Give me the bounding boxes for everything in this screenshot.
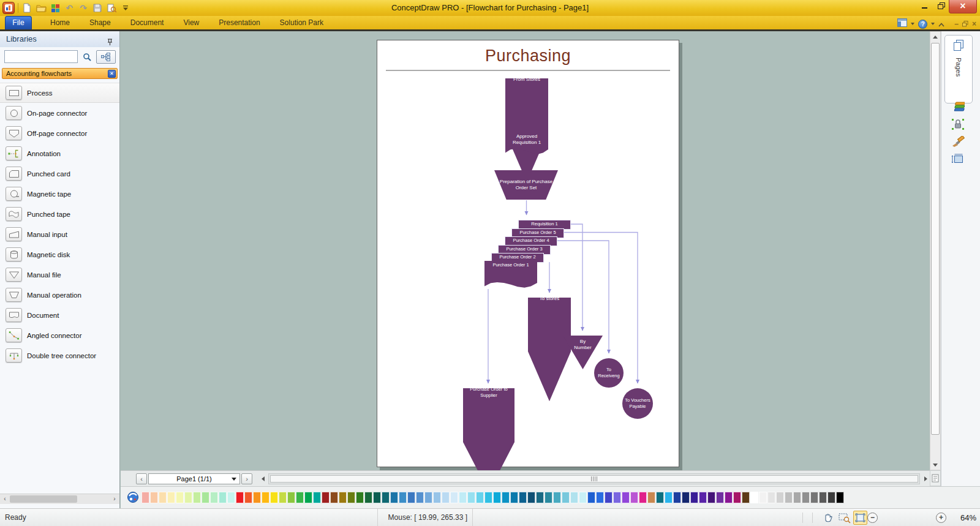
palette-swatch[interactable] <box>716 492 724 503</box>
scrollbar-thumb[interactable] <box>931 43 940 435</box>
palette-swatch[interactable] <box>785 492 793 503</box>
manual-operation-icon[interactable] <box>6 288 22 302</box>
scrollbar-thumb[interactable] <box>270 475 918 483</box>
previous-page-button[interactable]: ‹ <box>136 473 147 484</box>
palette-swatch[interactable] <box>793 492 801 503</box>
palette-swatch[interactable] <box>630 492 638 503</box>
palette-swatch[interactable] <box>339 492 347 503</box>
palette-swatch[interactable] <box>296 492 304 503</box>
dimensions-icon[interactable] <box>950 151 966 166</box>
palette-swatch[interactable] <box>673 492 681 503</box>
palette-swatch[interactable] <box>313 492 321 503</box>
palette-swatch[interactable] <box>390 492 398 503</box>
tab-home[interactable]: Home <box>40 16 80 29</box>
palette-swatch[interactable] <box>159 492 167 503</box>
child-minimize-icon[interactable]: – <box>954 20 959 28</box>
tab-shape[interactable]: Shape <box>80 16 121 29</box>
process-icon[interactable] <box>6 86 22 100</box>
library-item-document[interactable]: Document <box>0 305 119 325</box>
palette-swatch[interactable] <box>356 492 364 503</box>
manual-file-icon[interactable] <box>6 268 22 282</box>
child-restore-icon[interactable] <box>962 18 968 29</box>
library-item-double-tree-connector[interactable]: Double tree connector <box>0 345 119 366</box>
palette-swatch[interactable] <box>141 492 149 503</box>
pan-hand-icon[interactable] <box>821 511 835 525</box>
window-layout-icon[interactable] <box>897 18 907 29</box>
node-to-receiving[interactable]: To Receiveng <box>594 358 624 388</box>
palette-swatch[interactable] <box>167 492 175 503</box>
palette-swatch[interactable] <box>776 492 784 503</box>
palette-swatch[interactable] <box>536 492 544 503</box>
library-item-on-page-connector[interactable]: On-page connector <box>0 103 119 123</box>
document-page[interactable]: Purchasing F <box>377 40 679 467</box>
palette-swatch[interactable] <box>510 492 518 503</box>
manual-input-icon[interactable] <box>6 227 22 241</box>
library-item-punched-tape[interactable]: Punched tape <box>0 204 119 224</box>
lock-icon[interactable] <box>950 117 966 132</box>
tab-document[interactable]: Document <box>121 16 174 29</box>
color-theme-icon[interactable] <box>127 491 139 503</box>
palette-swatch[interactable] <box>424 492 432 503</box>
close-button[interactable]: × <box>949 0 977 13</box>
palette-swatch[interactable] <box>767 492 775 503</box>
palette-swatch[interactable] <box>450 492 458 503</box>
palette-swatch[interactable] <box>304 492 312 503</box>
palette-swatch[interactable] <box>210 492 218 503</box>
palette-swatch[interactable] <box>613 492 621 503</box>
palette-swatch[interactable] <box>322 492 330 503</box>
palette-swatch[interactable] <box>647 492 655 503</box>
palette-swatch[interactable] <box>502 492 510 503</box>
minimize-button[interactable] <box>918 0 931 12</box>
palette-swatch[interactable] <box>819 492 827 503</box>
angled-connector-icon[interactable] <box>6 328 22 342</box>
palette-swatch[interactable] <box>416 492 424 503</box>
close-library-icon[interactable]: × <box>108 70 116 78</box>
zoom-marquee-icon[interactable] <box>837 511 851 525</box>
palette-swatch[interactable] <box>802 492 810 503</box>
palette-swatch[interactable] <box>176 492 184 503</box>
palette-swatch[interactable] <box>467 492 475 503</box>
search-input[interactable] <box>4 50 78 63</box>
palette-swatch[interactable] <box>150 492 158 503</box>
palette-swatch[interactable] <box>287 492 295 503</box>
magnetic-disk-icon[interactable] <box>6 247 22 261</box>
magnetic-tape-icon[interactable] <box>6 187 22 201</box>
palette-swatch[interactable] <box>476 492 484 503</box>
format-brush-icon[interactable] <box>950 134 966 149</box>
off-page-connector-icon[interactable] <box>6 126 22 140</box>
palette-swatch[interactable] <box>545 492 552 503</box>
tab-presentation[interactable]: Presentation <box>209 16 270 29</box>
canvas-horizontal-scrollbar[interactable] <box>268 473 920 484</box>
palette-swatch[interactable] <box>433 492 441 503</box>
palette-swatch[interactable] <box>184 492 192 503</box>
palette-swatch[interactable] <box>459 492 467 503</box>
library-group-header[interactable]: Accounting flowcharts × <box>2 68 118 79</box>
fit-page-icon[interactable] <box>853 511 867 525</box>
palette-swatch[interactable] <box>399 492 407 503</box>
palette-swatch[interactable] <box>253 492 261 503</box>
palette-swatch[interactable] <box>827 492 835 503</box>
canvas-vertical-scrollbar[interactable] <box>930 31 941 470</box>
tab-view[interactable]: View <box>173 16 209 29</box>
palette-swatch[interactable] <box>442 492 450 503</box>
annotation-icon[interactable] <box>6 146 22 160</box>
library-item-manual-file[interactable]: Manual file <box>0 265 119 285</box>
window-layout-dropdown-icon[interactable] <box>911 23 914 25</box>
palette-swatch[interactable] <box>587 492 595 503</box>
palette-swatch[interactable] <box>656 492 664 503</box>
palette-swatch[interactable] <box>742 492 750 503</box>
on-page-connector-icon[interactable] <box>6 106 22 120</box>
document-icon[interactable] <box>6 308 22 322</box>
help-icon[interactable]: ? <box>918 20 927 29</box>
collapse-ribbon-icon[interactable] <box>938 18 944 29</box>
palette-swatch[interactable] <box>725 492 733 503</box>
library-item-angled-connector[interactable]: Angled connector <box>0 325 119 345</box>
palette-swatch[interactable] <box>682 492 690 503</box>
zoom-in-button[interactable]: + <box>936 513 946 523</box>
double-tree-connector-icon[interactable] <box>6 348 22 363</box>
library-item-annotation[interactable]: Annotation <box>0 143 119 163</box>
palette-swatch[interactable] <box>519 492 527 503</box>
restore-button[interactable] <box>935 0 948 12</box>
palette-swatch[interactable] <box>570 492 578 503</box>
palette-swatch[interactable] <box>347 492 355 503</box>
